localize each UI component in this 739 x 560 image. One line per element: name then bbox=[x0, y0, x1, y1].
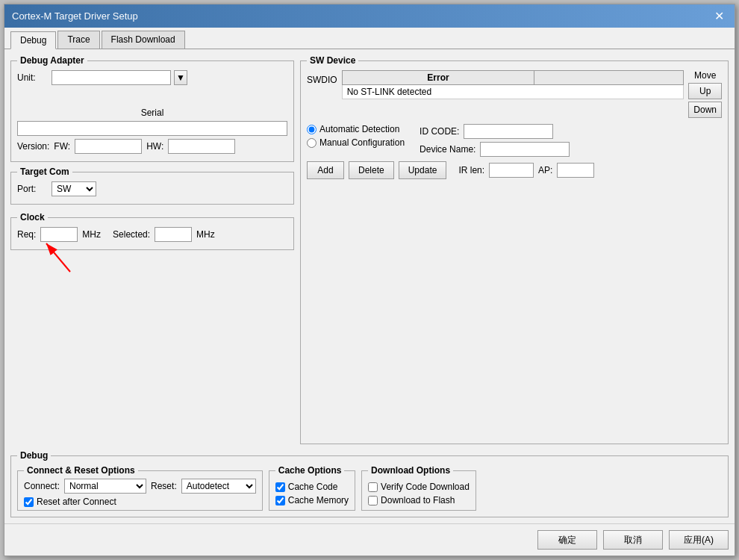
connect-reset-legend: Connect & Reset Options bbox=[24, 465, 138, 476]
debug-adapter-legend: Debug Adapter bbox=[17, 55, 87, 66]
cache-memory-row: Cache Memory bbox=[275, 495, 349, 505]
selected-label: Selected: bbox=[113, 229, 150, 240]
close-button[interactable]: ✕ bbox=[711, 9, 727, 23]
sw-table-area: Error No ST-LINK detected bbox=[342, 70, 685, 118]
ir-len-input[interactable] bbox=[489, 163, 534, 178]
clock-group: Clock Req: 4 bbox=[10, 212, 294, 250]
footer-buttons: 确定 取消 应用(A) bbox=[4, 523, 735, 556]
add-button[interactable]: Add bbox=[307, 161, 344, 179]
debug-inner: Connect & Reset Options Connect: Normal … bbox=[17, 465, 722, 511]
fw-input[interactable] bbox=[75, 139, 142, 154]
move-label: Move bbox=[688, 70, 722, 81]
selected-input[interactable]: 0 bbox=[155, 227, 192, 242]
debug-adapter-group: Debug Adapter Unit: ▼ Serial Version: FW… bbox=[10, 55, 294, 162]
reset-select[interactable]: Autodetect Software Hardware bbox=[181, 479, 256, 494]
port-row: Port: SW JTAG bbox=[17, 181, 287, 196]
port-select[interactable]: SW JTAG bbox=[52, 181, 96, 196]
main-content: Debug Adapter Unit: ▼ Serial Version: FW… bbox=[4, 49, 735, 523]
req-input-container: 4 bbox=[40, 227, 78, 242]
sw-table: Error No ST-LINK detected bbox=[342, 70, 685, 99]
connect-row: Connect: Normal Under Reset Pre-Reset Re… bbox=[24, 479, 256, 494]
reset-after-connect-checkbox[interactable] bbox=[24, 497, 34, 507]
ok-button[interactable]: 确定 bbox=[537, 530, 597, 550]
right-panel: SW Device SWDIO Error bbox=[300, 55, 729, 444]
connect-select[interactable]: Normal Under Reset Pre-Reset bbox=[64, 479, 146, 494]
tab-flash-download[interactable]: Flash Download bbox=[102, 31, 185, 49]
device-name-input[interactable] bbox=[480, 142, 570, 157]
sw-error-cell: No ST-LINK detected bbox=[342, 85, 684, 99]
sw-col-empty bbox=[534, 71, 684, 85]
verify-code-label: Verify Code Download bbox=[381, 482, 470, 492]
down-button[interactable]: Down bbox=[688, 102, 722, 118]
connect-reset-group: Connect & Reset Options Connect: Normal … bbox=[17, 465, 263, 511]
clock-row: Req: 4 bbox=[17, 227, 287, 242]
target-com-legend: Target Com bbox=[17, 167, 72, 177]
left-panel: Debug Adapter Unit: ▼ Serial Version: FW… bbox=[10, 55, 294, 444]
detection-area: Automatic Detection Manual Configuration… bbox=[307, 124, 722, 157]
reset-after-connect-row: Reset after Connect bbox=[24, 497, 256, 507]
dialog-title: Cortex-M Target Driver Setup bbox=[12, 10, 138, 22]
cache-options-legend: Cache Options bbox=[275, 465, 345, 476]
download-options-legend: Download Options bbox=[368, 465, 453, 476]
version-row: Version: FW: HW: bbox=[17, 139, 287, 154]
update-button[interactable]: Update bbox=[399, 161, 447, 179]
detection-left: Automatic Detection Manual Configuration bbox=[307, 124, 405, 157]
auto-detect-radio[interactable] bbox=[307, 125, 317, 134]
serial-input[interactable] bbox=[17, 121, 287, 136]
tabs-bar: Debug Trace Flash Download bbox=[4, 28, 735, 49]
ir-len-label: IR len: bbox=[458, 165, 484, 175]
sw-inner: SWDIO Error bbox=[307, 70, 722, 118]
ap-label: AP: bbox=[538, 165, 552, 175]
title-bar: Cortex-M Target Driver Setup ✕ bbox=[4, 4, 735, 28]
auto-detect-label: Automatic Detection bbox=[319, 124, 399, 134]
reset-after-connect-label: Reset after Connect bbox=[37, 497, 116, 507]
up-button[interactable]: Up bbox=[688, 83, 722, 99]
ap-input[interactable]: 0 bbox=[557, 163, 594, 178]
cache-code-row: Cache Code bbox=[275, 482, 349, 492]
cache-code-label: Cache Code bbox=[288, 482, 338, 492]
req-label: Req: bbox=[17, 229, 36, 240]
sw-buttons: Move Up Down bbox=[688, 70, 722, 118]
device-name-label: Device Name: bbox=[420, 144, 475, 155]
id-code-input[interactable] bbox=[464, 124, 553, 139]
sw-actions-row: Add Delete Update IR len: AP: 0 bbox=[307, 161, 722, 179]
cache-options-group: Cache Options Cache Code Cache Memory bbox=[269, 465, 355, 511]
verify-code-checkbox[interactable] bbox=[368, 482, 378, 492]
debug-section-legend: Debug bbox=[17, 450, 51, 461]
serial-area: Serial bbox=[17, 108, 287, 136]
port-label: Port: bbox=[17, 184, 47, 194]
device-name-row: Device Name: bbox=[420, 142, 722, 157]
serial-label: Serial bbox=[17, 108, 287, 118]
sw-device-legend: SW Device bbox=[307, 55, 358, 66]
tab-trace[interactable]: Trace bbox=[57, 31, 99, 49]
hw-label: HW: bbox=[146, 141, 163, 152]
hw-input[interactable] bbox=[168, 139, 235, 154]
tab-debug[interactable]: Debug bbox=[10, 31, 56, 49]
mhz2-label: MHz bbox=[196, 229, 215, 240]
reset-label: Reset: bbox=[151, 481, 177, 491]
target-com-group: Target Com Port: SW JTAG bbox=[10, 167, 294, 205]
cache-memory-checkbox[interactable] bbox=[275, 496, 285, 505]
download-flash-row: Download to Flash bbox=[368, 495, 470, 505]
apply-button[interactable]: 应用(A) bbox=[669, 530, 729, 550]
cancel-button[interactable]: 取消 bbox=[603, 530, 663, 550]
unit-row: Unit: ▼ bbox=[17, 70, 287, 85]
verify-code-row: Verify Code Download bbox=[368, 482, 470, 492]
delete-button[interactable]: Delete bbox=[349, 161, 394, 179]
connect-label: Connect: bbox=[24, 481, 60, 491]
version-label: Version: bbox=[17, 141, 49, 152]
unit-dropdown-arrow[interactable]: ▼ bbox=[174, 70, 187, 85]
svg-line-1 bbox=[46, 243, 70, 272]
sw-col-error: Error bbox=[342, 71, 534, 85]
id-code-label: ID CODE: bbox=[420, 126, 459, 137]
req-input[interactable]: 4 bbox=[40, 227, 78, 242]
download-flash-checkbox[interactable] bbox=[368, 496, 378, 505]
main-dialog: Cortex-M Target Driver Setup ✕ Debug Tra… bbox=[4, 4, 735, 556]
unit-input[interactable] bbox=[52, 70, 171, 85]
debug-section-group: Debug Connect & Reset Options Connect: N… bbox=[10, 450, 729, 517]
manual-config-radio[interactable] bbox=[307, 138, 317, 148]
fw-label: FW: bbox=[54, 141, 70, 152]
download-options-group: Download Options Verify Code Download Do… bbox=[361, 465, 476, 511]
clock-legend: Clock bbox=[17, 212, 48, 223]
cache-code-checkbox[interactable] bbox=[275, 482, 285, 492]
